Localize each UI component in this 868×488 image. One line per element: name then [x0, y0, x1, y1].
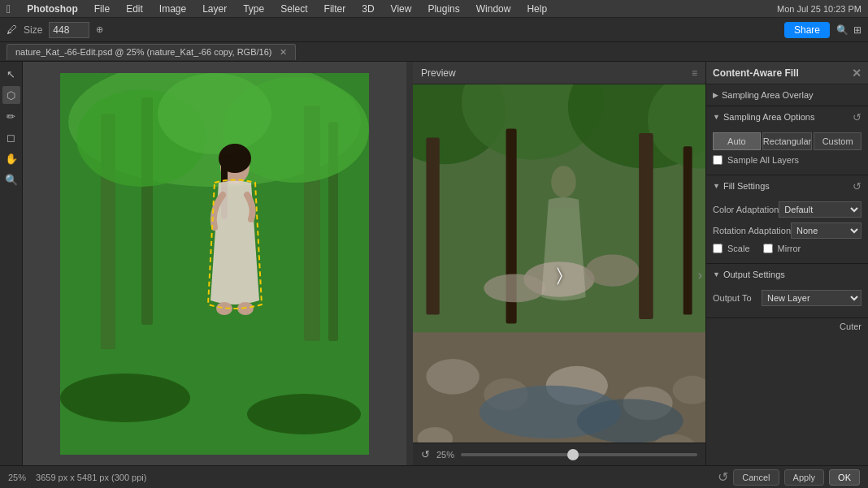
- lasso-tool[interactable]: ⬡: [2, 86, 20, 104]
- sampling-area-overlay-section: ▶ Sampling Area Overlay: [706, 84, 868, 106]
- preview-zoom-bar: ↺ 25%: [413, 443, 705, 465]
- size-label: Size: [24, 24, 42, 36]
- system-time: Mon Jul 25 10:23 PM: [777, 4, 861, 14]
- menu-filter[interactable]: Filter: [321, 3, 349, 15]
- menu-type[interactable]: Type: [240, 3, 267, 15]
- zoom-thumb[interactable]: [567, 449, 579, 460]
- cuter-label-area: Cuter: [706, 318, 868, 335]
- svg-rect-25: [639, 133, 653, 319]
- color-adaptation-label: Color Adaptation: [713, 205, 779, 214]
- svg-point-40: [551, 166, 576, 197]
- brush-tool[interactable]: ✏: [2, 107, 20, 125]
- eraser-tool[interactable]: ◻: [2, 128, 20, 146]
- preview-svg: [413, 84, 705, 465]
- chevron-down-icon-1: ▼: [713, 113, 720, 121]
- panel-header: Content-Aware Fill ✕: [706, 62, 868, 84]
- svg-point-29: [484, 274, 545, 302]
- hand-tool[interactable]: ✋: [2, 149, 20, 167]
- action-reset-icon[interactable]: ↺: [718, 469, 728, 485]
- menu-select[interactable]: Select: [277, 3, 310, 15]
- menu-window[interactable]: Window: [473, 3, 514, 15]
- fill-settings-reset-icon[interactable]: ↺: [853, 180, 861, 192]
- output-settings-section: ▼ Output Settings Output To New Layer: [706, 264, 868, 318]
- share-button[interactable]: Share: [784, 22, 830, 38]
- svg-rect-26: [684, 146, 692, 314]
- menu-file[interactable]: File: [91, 3, 113, 15]
- right-panel: Content-Aware Fill ✕ ▶ Sampling Area Ove…: [705, 62, 868, 465]
- zoom-tool[interactable]: 🔍: [2, 171, 20, 188]
- menu-layer[interactable]: Layer: [199, 3, 230, 15]
- preview-options-icon[interactable]: ≡: [692, 67, 697, 79]
- canvas-zoom-status: 25%: [8, 473, 26, 482]
- menu-3d[interactable]: 3D: [358, 3, 377, 15]
- view-options-icon[interactable]: ⊞: [853, 24, 861, 36]
- preview-header: Preview ≡: [413, 62, 705, 84]
- preview-content[interactable]: 〉 ›: [413, 84, 705, 465]
- menu-edit[interactable]: Edit: [123, 3, 146, 15]
- vertical-divider[interactable]: [406, 62, 413, 465]
- color-adaptation-row: Color Adaptation Default: [713, 201, 861, 218]
- svg-point-31: [426, 359, 479, 395]
- tab-bar: nature_Kat_-66-Edit.psd @ 25% (nature_Ka…: [0, 42, 868, 62]
- menu-image[interactable]: Image: [156, 3, 189, 15]
- output-settings-body: Output To New Layer: [706, 285, 868, 317]
- options-bar: 🖊 Size ⊕ Share 🔍 ⊞: [0, 18, 868, 42]
- sampling-area-options-body: Auto Rectangular Custom Sample All Layer…: [706, 127, 868, 175]
- svg-point-16: [60, 374, 190, 422]
- mirror-checkbox[interactable]: [763, 244, 773, 253]
- svg-point-17: [247, 394, 361, 434]
- ok-button[interactable]: OK: [829, 469, 860, 486]
- tab-close-icon[interactable]: ✕: [280, 47, 287, 57]
- apple-logo-icon: : [7, 2, 11, 15]
- menu-help[interactable]: Help: [523, 3, 550, 15]
- custom-button[interactable]: Custom: [814, 132, 861, 150]
- move-tool[interactable]: ↖: [2, 65, 20, 83]
- chevron-down-icon-3: ▼: [713, 270, 720, 279]
- scale-mirror-row: Scale Mirror: [713, 244, 861, 257]
- status-bar: 25% 3659 px x 5481 px (300 ppi) ↺ Cancel…: [0, 465, 868, 488]
- sample-all-layers-checkbox[interactable]: [713, 155, 723, 165]
- brush-options: ⊕: [96, 24, 103, 35]
- rectangular-button[interactable]: Rectangular: [762, 132, 812, 150]
- svg-rect-23: [426, 137, 439, 314]
- options-right-icons: 🔍 ⊞: [836, 24, 861, 36]
- scroll-right-icon[interactable]: ›: [698, 268, 702, 283]
- document-tab[interactable]: nature_Kat_-66-Edit.psd @ 25% (nature_Ka…: [7, 44, 296, 60]
- left-toolbar: ↖ ⬡ ✏ ◻ ✋ 🔍: [0, 62, 23, 465]
- sampling-buttons-group: Auto Rectangular Custom: [713, 132, 861, 150]
- preview-label: Preview: [421, 67, 456, 79]
- menu-photoshop[interactable]: Photoshop: [24, 3, 81, 15]
- output-to-select[interactable]: New Layer: [762, 290, 861, 306]
- tab-filename: nature_Kat_-66-Edit.psd @ 25% (nature_Ka…: [15, 47, 271, 57]
- sampling-options-reset-icon[interactable]: ↺: [853, 111, 861, 123]
- canvas-area: [23, 62, 406, 465]
- mirror-label: Mirror: [778, 244, 801, 253]
- fill-settings-label: Fill Settings: [723, 181, 770, 191]
- zoom-reset-icon[interactable]: ↺: [421, 448, 430, 460]
- size-input[interactable]: [49, 22, 89, 38]
- scale-checkbox[interactable]: [713, 244, 723, 253]
- color-adaptation-select[interactable]: Default: [779, 201, 861, 218]
- menu-plugins[interactable]: Plugins: [424, 3, 462, 15]
- rotation-adaptation-row: Rotation Adaptation None: [713, 222, 861, 239]
- fill-settings-body: Color Adaptation Default Rotation Adapta…: [706, 196, 868, 263]
- sample-all-layers-label: Sample All Layers: [727, 155, 799, 165]
- panel-title: Content-Aware Fill: [713, 67, 799, 79]
- fill-settings-header[interactable]: ▼ Fill Settings ↺: [706, 175, 868, 196]
- mirror-row: Mirror: [763, 244, 801, 253]
- menu-view[interactable]: View: [388, 3, 415, 15]
- search-icon[interactable]: 🔍: [836, 24, 848, 36]
- panel-close-icon[interactable]: ✕: [852, 67, 861, 80]
- rotation-adaptation-select[interactable]: None: [791, 222, 861, 239]
- apply-button[interactable]: Apply: [784, 469, 825, 486]
- sampling-area-options-header[interactable]: ▼ Sampling Area Options ↺: [706, 106, 868, 127]
- preview-area: Preview ≡: [413, 62, 705, 465]
- sample-all-layers-row: Sample All Layers: [713, 155, 861, 165]
- system-icons: Mon Jul 25 10:23 PM: [777, 4, 861, 14]
- scale-label: Scale: [727, 244, 750, 253]
- output-settings-header[interactable]: ▼ Output Settings: [706, 264, 868, 285]
- auto-button[interactable]: Auto: [713, 132, 761, 150]
- sampling-area-overlay-header[interactable]: ▶ Sampling Area Overlay: [706, 84, 868, 106]
- zoom-slider[interactable]: [461, 453, 697, 456]
- cancel-button[interactable]: Cancel: [733, 469, 779, 486]
